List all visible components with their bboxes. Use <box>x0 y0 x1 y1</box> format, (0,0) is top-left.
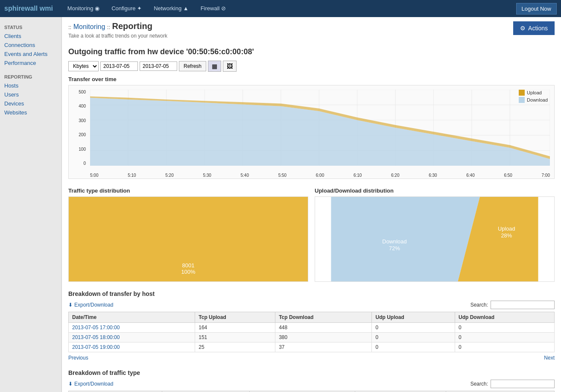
download-area <box>90 98 550 166</box>
search-label-type: Search: <box>470 381 488 387</box>
traffic-type-label: 8001 100% <box>181 262 195 275</box>
x-610: 6:10 <box>354 173 362 178</box>
x-500: 5:00 <box>90 173 98 178</box>
traffic-value: 8001 <box>181 262 195 269</box>
table-row: 2013-07-05 18:00:00 151 380 0 0 <box>69 333 555 342</box>
top-row: :: Monitoring :: Reporting Take a look a… <box>68 21 555 44</box>
y-400: 400 <box>79 104 86 108</box>
page-layout: STATUS Clients Connections Events and Al… <box>0 17 561 392</box>
y-500: 500 <box>79 90 86 94</box>
download-legend-color <box>519 97 525 103</box>
table-view-button[interactable]: ▦ <box>208 61 221 72</box>
sidebar-item-events-alerts[interactable]: Events and Alerts <box>0 50 61 59</box>
actions-area: ⚙ Actions <box>513 21 555 35</box>
cell-tcp-down-2: 37 <box>275 342 372 352</box>
table-row: 2013-07-05 19:00:00 25 37 0 0 <box>69 342 555 352</box>
x-540: 5:40 <box>241 173 249 178</box>
host-header-row: Date/Time Tcp Upload Tcp Download Udp Up… <box>69 312 555 323</box>
upload-label-text: Upload <box>498 225 515 232</box>
cell-tcp-down-1: 380 <box>275 333 372 342</box>
download-icon-type: ⬇ <box>68 381 73 387</box>
legend-download: Download <box>519 97 548 103</box>
page-header: Outgoing traffic from hw device '00:50:5… <box>68 47 555 56</box>
transfer-chart: 500 400 300 200 100 0 <box>68 85 555 179</box>
nav-configure[interactable]: Configure ✦ <box>105 0 148 17</box>
datetime-link-1[interactable]: 2013-07-05 18:00:00 <box>72 334 120 340</box>
cell-tcp-up-2: 25 <box>195 342 275 352</box>
y-300: 300 <box>79 118 86 123</box>
actions-button[interactable]: ⚙ Actions <box>513 21 555 35</box>
x-520: 5:20 <box>165 173 173 178</box>
bc-monitoring: Monitoring <box>73 23 107 30</box>
search-label-host: Search: <box>470 302 488 308</box>
breakdown-host-title: Breakdown of transfer by host <box>68 290 555 297</box>
ud-box: Download 72% Upload 28% <box>315 196 555 282</box>
traffic-type-chart: Traffic type distribution 8001 100% <box>68 187 308 282</box>
cell-udp-up-1: 0 <box>372 333 455 342</box>
nav-firewall[interactable]: Firewall ⊘ <box>195 0 232 17</box>
cell-udp-up-0: 0 <box>372 323 455 333</box>
cell-udp-up-2: 0 <box>372 342 455 352</box>
host-table: Date/Time Tcp Upload Tcp Download Udp Up… <box>68 312 555 352</box>
cell-datetime-0: 2013-07-05 17:00:00 <box>69 323 195 333</box>
chart-svg <box>90 90 550 166</box>
cell-tcp-up-1: 151 <box>195 333 275 342</box>
cell-udp-down-2: 0 <box>455 342 554 352</box>
prev-link[interactable]: Previous <box>68 355 88 361</box>
x-600: 6:00 <box>316 173 324 178</box>
image-icon: 🖼 <box>227 63 233 70</box>
ud-chart: Upload/Download distribution Download 72… <box>315 187 555 282</box>
export-download-link-type[interactable]: ⬇ Export/Download <box>68 381 113 387</box>
export-row-host: ⬇ Export/Download Search: <box>68 301 555 309</box>
traffic-pct: 100% <box>181 269 195 275</box>
sidebar-item-websites[interactable]: Websites <box>0 108 61 117</box>
export-label-host: Export/Download <box>74 302 113 308</box>
cell-datetime-2: 2013-07-05 19:00:00 <box>69 342 195 352</box>
export-row-type: ⬇ Export/Download Search: <box>68 380 555 388</box>
sidebar-item-hosts[interactable]: Hosts <box>0 81 61 90</box>
export-label-type: Export/Download <box>74 381 113 387</box>
y-100: 100 <box>79 147 86 152</box>
host-pagination: Previous Next <box>68 355 555 361</box>
breadcrumb: :: Monitoring :: Reporting <box>68 21 167 31</box>
sidebar-item-devices[interactable]: Devices <box>0 99 61 108</box>
breakdown-host-section: Breakdown of transfer by host ⬇ Export/D… <box>68 290 555 361</box>
sidebar-item-clients[interactable]: Clients <box>0 32 61 41</box>
sidebar-item-connections[interactable]: Connections <box>0 41 61 50</box>
datetime-link-0[interactable]: 2013-07-05 17:00:00 <box>72 325 120 331</box>
kbytes-select[interactable]: Kbytes <box>68 61 99 71</box>
transfer-chart-section: Transfer over time 500 400 300 200 100 0 <box>68 76 555 179</box>
download-legend-label: Download <box>527 97 548 102</box>
nav-networking[interactable]: Networking ▲ <box>148 0 195 17</box>
col-tcp-down: Tcp Download <box>275 312 372 323</box>
search-input-type[interactable] <box>491 380 555 388</box>
upload-legend-label: Upload <box>527 90 542 95</box>
date-from-input[interactable] <box>100 61 138 71</box>
main-content: :: Monitoring :: Reporting Take a look a… <box>62 17 561 392</box>
download-icon: ⬇ <box>68 302 73 308</box>
sidebar-item-performance[interactable]: Performance <box>0 59 61 67</box>
nav-monitoring[interactable]: Monitoring ◉ <box>61 0 105 17</box>
upload-pct-text: 28% <box>501 232 512 239</box>
image-view-button[interactable]: 🖼 <box>223 61 237 72</box>
search-input-host[interactable] <box>491 301 555 309</box>
logout-button[interactable]: Logout Now <box>516 3 557 15</box>
date-to-input[interactable] <box>140 61 177 71</box>
x-530: 5:30 <box>203 173 211 178</box>
cell-tcp-up-0: 164 <box>195 323 275 333</box>
export-download-link-host[interactable]: ⬇ Export/Download <box>68 302 113 308</box>
breakdown-type-title: Breakdown of traffic type <box>68 369 555 376</box>
cell-udp-down-0: 0 <box>455 323 554 333</box>
ud-svg: Download 72% Upload 28% <box>315 197 554 281</box>
sidebar-status-label: STATUS <box>0 21 61 32</box>
x-650: 6:50 <box>504 173 512 178</box>
datetime-link-2[interactable]: 2013-07-05 19:00:00 <box>72 344 120 350</box>
x-700: 7:00 <box>542 173 550 178</box>
breadcrumb-area: :: Monitoring :: Reporting Take a look a… <box>68 21 167 44</box>
next-link[interactable]: Next <box>544 355 555 361</box>
search-row-type: Search: <box>470 380 555 388</box>
col-udp-up: Udp Upload <box>372 312 455 323</box>
sidebar-item-users[interactable]: Users <box>0 90 61 99</box>
cell-datetime-1: 2013-07-05 18:00:00 <box>69 333 195 342</box>
refresh-button[interactable]: Refresh <box>179 61 206 71</box>
